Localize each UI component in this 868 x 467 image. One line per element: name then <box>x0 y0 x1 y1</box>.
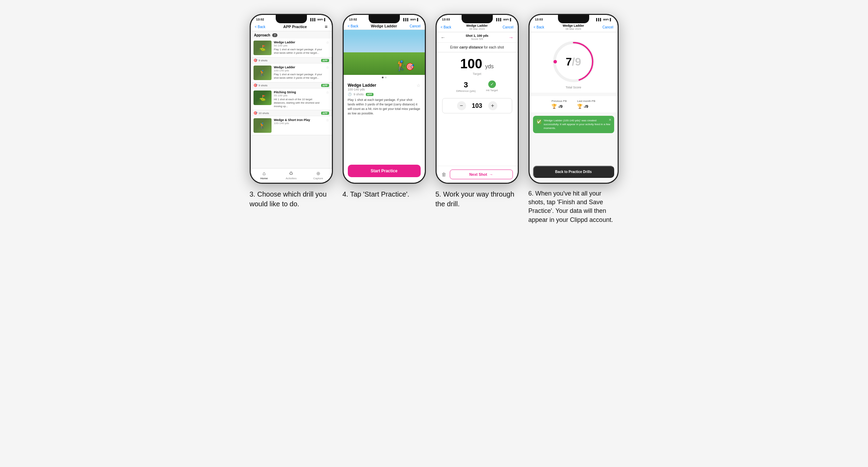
status-icons-4: ▌▌▌ WiFi ▌ <box>596 18 612 21</box>
app-screen-1: Approach 7 ⛳ Wedge Ladder 50-100 yds Pla… <box>251 31 332 183</box>
target-display: 100 yds Target <box>437 52 518 78</box>
detail-shots-row: 🕐 9 shots APP <box>348 93 421 96</box>
cancel-btn-2[interactable]: Cancel <box>410 24 420 28</box>
shot-info-center: Shot 1, 100 yds Score 5/9 <box>466 34 489 41</box>
total-score-label: Total Score <box>566 86 581 89</box>
drill-shots-2: 🎯 9 shots <box>253 84 268 87</box>
bottom-nav-home[interactable]: ⌂ Home <box>251 171 278 180</box>
drill-name-4: Wedge & Short Iron Play <box>274 118 324 122</box>
next-arrow[interactable]: → <box>509 35 514 40</box>
section-badge-1: 7 <box>272 33 277 37</box>
drill-footer-3: 🎯 10 shots APP <box>251 110 332 116</box>
phone-section-3: 13:03 ▌▌▌ WiFi ▌ < Back Wedge Ladder 06 … <box>436 14 519 209</box>
next-shot-button[interactable]: Next Shot → <box>450 170 513 179</box>
difference-value: 3 <box>456 80 475 89</box>
drill-card-4[interactable]: 🏌️ Wedge & Short Iron Play 100-140 yds ☆ <box>251 116 332 135</box>
drill-card-2[interactable]: 🏌️ Wedge Ladder 100-140 yds Play 1 shot … <box>251 63 332 83</box>
nav-back-1[interactable]: < Back <box>255 25 266 29</box>
back-to-drills-button[interactable]: Back to Practice Drills <box>533 166 614 178</box>
drill-footer-1: 🎯 9 shots APP <box>251 58 332 63</box>
detail-badge: APP <box>366 93 373 96</box>
caption-1: 3. Choose which drill you would like to … <box>250 189 333 209</box>
score-screen: 7/9 Total Score Previous PB 🏆 -/9 <box>530 32 618 183</box>
nav-back-2[interactable]: < Back <box>348 24 359 28</box>
wifi-icon-3: WiFi <box>503 18 509 21</box>
nav-bar-2: < Back Wedge Ladder Cancel <box>344 23 425 30</box>
detail-content-2: Wedge Ladder 100-140 yds ☆ 🕐 9 shots APP… <box>344 80 425 119</box>
detail-screen-2: 🏌️ 🎯 Wedge Ladder 100-140 yds <box>344 30 425 183</box>
next-shot-label: Next Shot <box>469 172 487 176</box>
status-icons-1: ▌▌▌ WiFi ▌ <box>310 18 326 21</box>
drill-card-1[interactable]: ⛳ Wedge Ladder 50-100 yds Play 1 shot at… <box>251 38 332 58</box>
bottom-nav-capture[interactable]: ⊕ Capture <box>305 171 332 180</box>
drill-info-3: Pitching String 55-100 yds Hit 1 shot at… <box>274 90 324 108</box>
nav-bar-3: < Back Wedge Ladder 06 Mar 2023 Cancel <box>437 23 518 32</box>
nav-back-4[interactable]: < Back <box>534 25 544 29</box>
start-practice-button[interactable]: Start Practice <box>348 165 421 177</box>
golf-scene-2: 🏌️ 🎯 <box>344 30 425 75</box>
prev-pb-value: 🏆 -/9 <box>551 104 567 109</box>
trophy-icon-2: 🏆 <box>577 104 583 109</box>
plus-btn[interactable]: + <box>488 101 497 110</box>
phone-section-4: 13:03 ▌▌▌ WiFi ▌ < Back Wedge Ladder 06 … <box>528 14 619 224</box>
input-value[interactable]: 103 <box>470 102 484 110</box>
detail-header-2: Wedge Ladder 100-140 yds ☆ <box>348 83 421 91</box>
pb-row: Previous PB 🏆 -/9 Last month PB 🏆 -/9 <box>530 96 618 112</box>
score-nav-title: Wedge Ladder <box>562 24 584 27</box>
drill-card-3[interactable]: ⛳ Pitching String 55-100 yds Hit 1 shot … <box>251 88 332 110</box>
last-month-pb-label: Last month PB <box>577 100 595 103</box>
cancel-btn-3[interactable]: Cancel <box>502 25 513 29</box>
time-1: 13:02 <box>256 18 264 21</box>
status-icons-2: ▌▌▌ WiFi ▌ <box>403 18 419 21</box>
difference-label: Difference (yds) <box>456 89 475 93</box>
phone-section-1: 13:02 ▌▌▌ WiFi ▌ < Back APP Practice ≡ <box>250 14 333 209</box>
section-label-1: Approach <box>254 33 270 37</box>
star-icon-detail: ☆ <box>416 83 421 88</box>
toast-close[interactable]: ✕ <box>609 118 611 122</box>
score-center: 7/9 <box>566 55 581 68</box>
nav-center-3: Wedge Ladder 06 Mar 2023 <box>466 24 488 31</box>
dot-1 <box>382 77 384 78</box>
signal-icon-2: ▌▌▌ <box>403 18 409 21</box>
score-header: < Back Wedge Ladder 06 Mar 2023 Cancel <box>530 23 618 32</box>
phone-frame-1: 13:02 ▌▌▌ WiFi ▌ < Back APP Practice ≡ <box>250 14 333 184</box>
next-shot-bar: 🗑 Next Shot → <box>437 166 518 183</box>
time-4: 13:03 <box>535 18 543 21</box>
trash-icon[interactable]: 🗑 <box>441 172 446 177</box>
status-icons-3: ▌▌▌ WiFi ▌ <box>496 18 512 21</box>
prev-arrow[interactable]: ← <box>441 35 446 40</box>
time-3: 13:03 <box>442 18 450 21</box>
drill-shots-1: 🎯 9 shots <box>253 59 268 62</box>
target-yds: 100 <box>460 57 482 71</box>
star-icon-3: ☆ <box>326 90 329 94</box>
nav-menu-1[interactable]: ≡ <box>325 24 327 29</box>
minus-btn[interactable]: − <box>457 101 466 110</box>
app-badge-1: APP <box>321 59 329 62</box>
signal-icon-3: ▌▌▌ <box>496 18 502 21</box>
star-icon-4: ☆ <box>326 118 329 122</box>
score-label: Score 5/9 <box>466 37 489 41</box>
wifi-icon: WiFi <box>317 18 323 21</box>
star-icon-2: ☆ <box>326 66 329 69</box>
bottom-nav-activities[interactable]: ♻ Activities <box>278 171 305 180</box>
hit-target-label: Hit Target <box>486 89 498 92</box>
drill-desc-3: Hit 1 shot at each of the 10 target dist… <box>274 98 324 108</box>
detail-name-group: Wedge Ladder 100-140 yds <box>348 83 376 91</box>
last-month-pb-value: 🏆 -/9 <box>577 104 595 109</box>
activities-icon: ♻ <box>289 171 293 176</box>
detail-yds-2: 100-140 yds <box>348 88 376 91</box>
toast-text: 'Wedge Ladder (100-140 yds)' was created… <box>544 119 611 130</box>
cancel-btn-4[interactable]: Cancel <box>602 25 613 29</box>
carry-instruction: Enter carry distance for each shot <box>437 43 518 52</box>
checkmark-icon: ✅ <box>536 119 542 125</box>
battery-icon-2: ▌ <box>417 18 419 21</box>
image-dots <box>344 75 425 80</box>
drill-name-3: Pitching String <box>274 90 324 94</box>
drill-yds-4: 100-140 yds <box>274 122 324 125</box>
shot-screen: ← Shot 1, 100 yds Score 5/9 → Enter carr… <box>437 32 518 183</box>
score-numerator: 7 <box>566 55 572 68</box>
nav-back-3[interactable]: < Back <box>441 25 452 29</box>
wifi-icon-2: WiFi <box>410 18 416 21</box>
nav-subtitle-3: 06 Mar 2023 <box>466 27 488 31</box>
trophy-icon-1: 🏆 <box>551 104 557 109</box>
